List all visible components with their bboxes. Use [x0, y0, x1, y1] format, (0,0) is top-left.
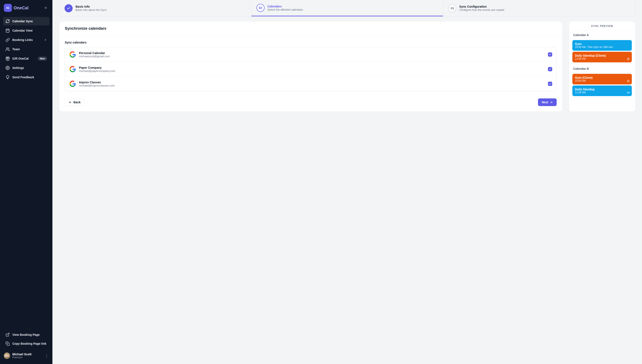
step-title: Calendars [267, 5, 303, 8]
event-title: Daily Standup [575, 88, 629, 91]
step-subtitle: Basic info about the Sync [76, 8, 107, 12]
lock-icon [627, 80, 630, 82]
sidebar-item-booking-links[interactable]: Booking Links [3, 36, 50, 44]
calendar-b-label: Calendar B [569, 64, 635, 72]
step-basic-info[interactable]: Basic Info Basic info about the Sync [60, 0, 251, 16]
sidebar-collapse-button[interactable] [42, 4, 49, 11]
sidebar-item-view-booking-page[interactable]: View Booking Page [3, 330, 50, 339]
checkbox-checked[interactable] [548, 67, 552, 71]
sidebar-item-label: Settings [12, 66, 24, 70]
user-plan: Premium [12, 356, 32, 359]
chevron-right-icon [44, 38, 47, 41]
calendar-row[interactable]: Personal Calendar michaelscott@gmail.com [65, 47, 556, 62]
svg-point-7 [7, 68, 8, 68]
gear-icon [6, 66, 10, 70]
external-link-icon [6, 332, 10, 337]
calendar-a-events: Gym 10:00 AM · Flex Gym on 16th Ave Dail… [571, 39, 633, 64]
event-sub: 11:00 AM [575, 91, 629, 94]
svg-point-12 [47, 356, 47, 357]
sidebar-item-settings[interactable]: Settings [3, 64, 50, 72]
back-label: Back [74, 100, 81, 104]
google-icon [69, 51, 76, 58]
step-title: Basic Info [76, 5, 107, 8]
section-label: Sync calendars [65, 41, 557, 44]
sync-calendars-card: Synchronize calendars Sync calendars Per… [59, 22, 562, 112]
avatar: MS [4, 352, 10, 359]
svg-rect-0 [6, 29, 9, 32]
event-sub: 10:00 AM [575, 79, 629, 82]
user-menu-button[interactable] [45, 354, 49, 358]
preview-event: Daily Standup 11:00 AM [572, 86, 632, 96]
svg-rect-9 [7, 343, 10, 346]
logo[interactable]: 01 OneCal [4, 4, 29, 12]
preview-event: Gym (Clone) 10:00 AM [572, 74, 632, 84]
checkbox-checked[interactable] [548, 52, 552, 57]
step-sync-config[interactable]: 03 Sync Configuration Configure how the … [443, 0, 635, 16]
main: Basic Info Basic info about the Sync 02 … [53, 0, 642, 364]
calendar-name: Personal Calendar [79, 51, 110, 55]
event-sub: 11:00 AM [575, 57, 629, 60]
preview-event: Daily Standup (Clone) 11:00 AM [572, 52, 632, 62]
arrow-left-icon [69, 101, 72, 104]
sidebar-item-calendar-sync[interactable]: Calendar Sync [3, 17, 50, 26]
more-vertical-icon [45, 354, 49, 358]
sidebar: 01 OneCal Calendar Sync Calendar View Bo… [0, 0, 53, 364]
calendar-row[interactable]: Paper Company michael@papercompany.com [65, 62, 556, 76]
sidebar-item-calendar-view[interactable]: Calendar View [3, 26, 50, 35]
sidebar-item-label: Booking Links [12, 38, 33, 42]
next-button[interactable]: Next [538, 98, 557, 106]
calendar-name: Improv Classes [79, 80, 115, 84]
event-title: Daily Standup (Clone) [575, 54, 629, 57]
next-label: Next [542, 100, 548, 104]
checkbox-checked[interactable] [548, 82, 552, 86]
calendar-email: michael@papercompany.com [79, 69, 115, 72]
calendar-name: Paper Company [79, 66, 115, 69]
event-title: Gym (Clone) [575, 76, 629, 79]
arrow-right-icon [550, 101, 553, 104]
calendar-icon [6, 28, 10, 33]
svg-rect-15 [627, 59, 629, 60]
sync-icon [6, 19, 10, 23]
step-calendars[interactable]: 02 Calendars Select the affected calenda… [251, 0, 443, 16]
sidebar-item-label: Calendar View [12, 29, 33, 32]
svg-point-11 [47, 356, 47, 356]
event-title: Gym [575, 42, 629, 46]
sidebar-item-copy-booking-link[interactable]: Copy Booking Page link [3, 340, 50, 348]
google-icon [69, 80, 76, 87]
sidebar-item-team[interactable]: Team [3, 45, 50, 54]
team-icon [6, 47, 10, 51]
sidebar-item-label: Team [12, 48, 20, 51]
calendar-b-events: Gym (Clone) 10:00 AM Daily Standup 11:00… [571, 72, 633, 97]
calendar-email: michael@improvclasses.com [79, 84, 115, 87]
nav: Calendar Sync Calendar View Booking Link… [0, 15, 53, 83]
sidebar-item-gift[interactable]: Gift OneCal New [3, 54, 50, 63]
calendar-a-label: Calendar A [569, 31, 635, 39]
event-sub: 10:00 AM · Flex Gym on 16th Ave [575, 46, 629, 48]
lock-icon [627, 58, 630, 60]
chevron-left-double-icon [44, 6, 48, 10]
badge-new: New [38, 57, 47, 60]
calendar-row[interactable]: Improv Classes michael@improvclasses.com [65, 76, 556, 91]
gift-icon [6, 56, 10, 61]
sidebar-item-label: Send Feedback [12, 76, 34, 79]
back-button[interactable]: Back [65, 98, 85, 106]
stepper: Basic Info Basic info about the Sync 02 … [59, 0, 635, 16]
svg-rect-16 [627, 81, 629, 82]
calendar-list: Personal Calendar michaelscott@gmail.com… [65, 47, 557, 91]
sidebar-item-label: Copy Booking Page link [12, 342, 46, 345]
step-number: 03 [448, 4, 456, 12]
sidebar-item-feedback[interactable]: Send Feedback [3, 73, 50, 82]
svg-point-4 [6, 48, 8, 49]
calendar-email: michaelscott@gmail.com [79, 55, 110, 58]
preview-event: Gym 10:00 AM · Flex Gym on 16th Ave [572, 40, 632, 51]
google-icon [69, 66, 76, 72]
video-icon [627, 91, 630, 94]
step-check-icon [65, 4, 73, 12]
logo-mark: 01 [4, 4, 12, 12]
svg-line-8 [7, 333, 9, 335]
user-profile[interactable]: MS Michael Scott Premium [2, 350, 51, 362]
svg-point-10 [47, 354, 47, 355]
content: Synchronize calendars Sync calendars Per… [53, 16, 642, 117]
preview-header: SYNC PREVIEW [569, 22, 635, 31]
user-name: Michael Scott [12, 352, 32, 356]
